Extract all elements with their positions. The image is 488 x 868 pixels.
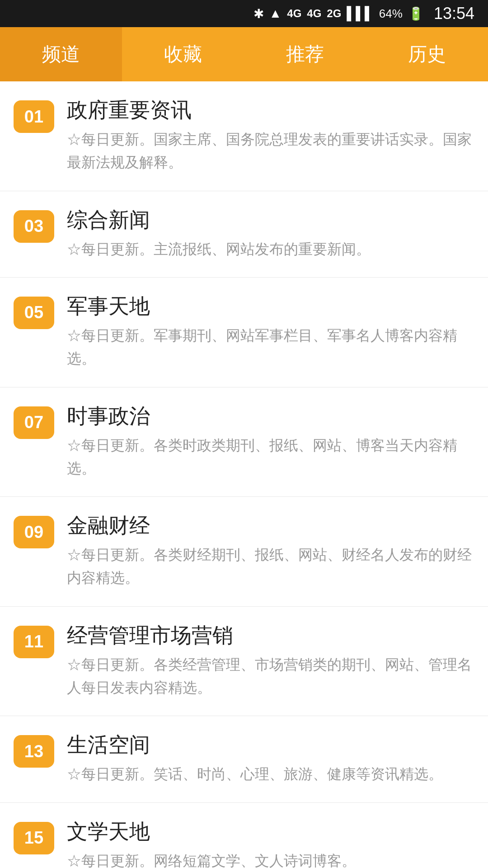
tab-pinDao[interactable]: 频道 <box>0 27 122 81</box>
4g-label: 4G <box>287 7 301 20</box>
channel-badge: 11 <box>14 626 54 658</box>
battery-icon: 🔋 <box>408 6 424 21</box>
4g-label2: 4G <box>307 7 321 20</box>
channel-content: 政府重要资讯 ☆每日更新。国家主席、国务院总理发表的重要讲话实录。国家最新法规及… <box>67 98 474 175</box>
channel-desc: ☆每日更新。各类财经期刊、报纸、网站、财经名人发布的财经内容精选。 <box>67 543 474 590</box>
channel-content: 金融财经 ☆每日更新。各类财经期刊、报纸、网站、财经名人发布的财经内容精选。 <box>67 513 474 590</box>
channel-badge: 01 <box>14 100 54 133</box>
list-item[interactable]: 09 金融财经 ☆每日更新。各类财经期刊、报纸、网站、财经名人发布的财经内容精选… <box>0 497 488 607</box>
tab-liShi[interactable]: 历史 <box>366 27 488 81</box>
channel-badge: 15 <box>14 822 54 854</box>
channel-badge: 05 <box>14 297 54 329</box>
status-icons: ✱ ▲ 4G 4G 2G ▌▌▌ 64% 🔋 13:54 <box>253 4 474 23</box>
signal-icon: ▌▌▌ <box>347 6 374 21</box>
list-item[interactable]: 13 生活空间 ☆每日更新。笑话、时尚、心理、旅游、健康等资讯精选。 <box>0 716 488 802</box>
bluetooth-icon: ✱ <box>253 6 264 21</box>
channel-title: 生活空间 <box>67 732 474 757</box>
status-bar: ✱ ▲ 4G 4G 2G ▌▌▌ 64% 🔋 13:54 <box>0 0 488 27</box>
channel-list: 01 政府重要资讯 ☆每日更新。国家主席、国务院总理发表的重要讲话实录。国家最新… <box>0 81 488 868</box>
channel-desc: ☆每日更新。主流报纸、网站发布的重要新闻。 <box>67 238 474 261</box>
channel-content: 军事天地 ☆每日更新。军事期刊、网站军事栏目、军事名人博客内容精选。 <box>67 294 474 371</box>
list-item[interactable]: 15 文学天地 ☆每日更新。网络短篇文学、文人诗词博客。 <box>0 803 488 868</box>
list-item[interactable]: 05 军事天地 ☆每日更新。军事期刊、网站军事栏目、军事名人博客内容精选。 <box>0 278 488 387</box>
tab-tuiJian[interactable]: 推荐 <box>244 27 366 81</box>
tab-bar: 频道 收藏 推荐 历史 <box>0 27 488 81</box>
list-item[interactable]: 07 时事政治 ☆每日更新。各类时政类期刊、报纸、网站、博客当天内容精选。 <box>0 387 488 497</box>
channel-desc: ☆每日更新。笑话、时尚、心理、旅游、健康等资讯精选。 <box>67 763 474 786</box>
2g-label: 2G <box>327 7 341 20</box>
list-item[interactable]: 11 经营管理市场营销 ☆每日更新。各类经营管理、市场营销类的期刊、网站、管理名… <box>0 607 488 717</box>
channel-content: 文学天地 ☆每日更新。网络短篇文学、文人诗词博客。 <box>67 819 474 868</box>
channel-content: 综合新闻 ☆每日更新。主流报纸、网站发布的重要新闻。 <box>67 208 474 261</box>
list-item[interactable]: 01 政府重要资讯 ☆每日更新。国家主席、国务院总理发表的重要讲话实录。国家最新… <box>0 81 488 191</box>
channel-badge: 13 <box>14 735 54 768</box>
channel-content: 时事政治 ☆每日更新。各类时政类期刊、报纸、网站、博客当天内容精选。 <box>67 404 474 481</box>
channel-content: 生活空间 ☆每日更新。笑话、时尚、心理、旅游、健康等资讯精选。 <box>67 732 474 786</box>
channel-desc: ☆每日更新。各类经营管理、市场营销类的期刊、网站、管理名人每日发表内容精选。 <box>67 653 474 699</box>
channel-badge: 09 <box>14 516 54 548</box>
list-item[interactable]: 03 综合新闻 ☆每日更新。主流报纸、网站发布的重要新闻。 <box>0 191 488 278</box>
channel-title: 综合新闻 <box>67 208 474 232</box>
channel-content: 经营管理市场营销 ☆每日更新。各类经营管理、市场营销类的期刊、网站、管理名人每日… <box>67 623 474 700</box>
channel-badge: 07 <box>14 406 54 439</box>
tab-shouCang[interactable]: 收藏 <box>122 27 244 81</box>
channel-desc: ☆每日更新。各类时政类期刊、报纸、网站、博客当天内容精选。 <box>67 434 474 480</box>
channel-title: 文学天地 <box>67 819 474 844</box>
battery-level: 64% <box>379 7 403 21</box>
wifi-icon: ▲ <box>269 6 282 21</box>
channel-desc: ☆每日更新。国家主席、国务院总理发表的重要讲话实录。国家最新法规及解释。 <box>67 128 474 174</box>
channel-title: 时事政治 <box>67 404 474 429</box>
channel-badge: 03 <box>14 210 54 243</box>
channel-title: 政府重要资讯 <box>67 98 474 123</box>
channel-title: 金融财经 <box>67 513 474 538</box>
channel-desc: ☆每日更新。网络短篇文学、文人诗词博客。 <box>67 849 474 868</box>
status-time: 13:54 <box>434 4 474 23</box>
channel-desc: ☆每日更新。军事期刊、网站军事栏目、军事名人博客内容精选。 <box>67 324 474 370</box>
channel-title: 军事天地 <box>67 294 474 319</box>
channel-title: 经营管理市场营销 <box>67 623 474 648</box>
